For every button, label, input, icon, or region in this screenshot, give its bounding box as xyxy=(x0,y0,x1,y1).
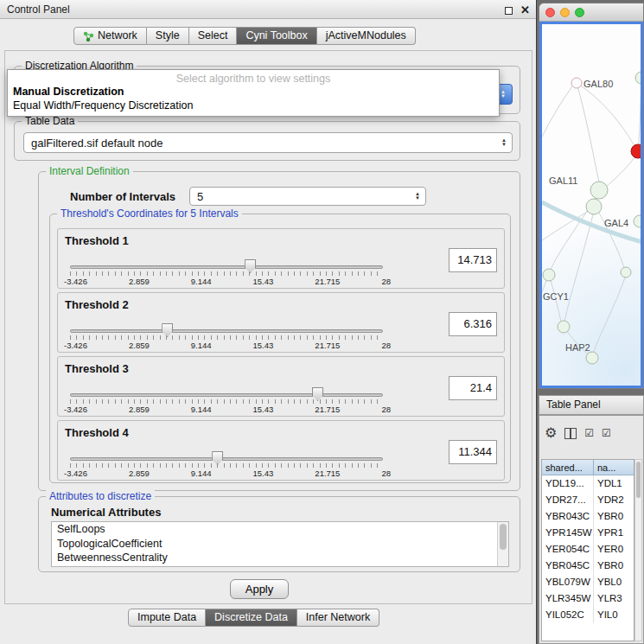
columns-icon[interactable] xyxy=(564,428,577,439)
column-header-shared-name[interactable]: shared... xyxy=(542,460,594,475)
combobox-value: galFiltered.sif default node xyxy=(31,137,163,150)
table-row[interactable]: YBL079WYBL0 xyxy=(542,574,634,590)
chevron-down-icon: ▼ xyxy=(501,143,507,147)
table-row[interactable]: YLR345WYLR3 xyxy=(542,590,634,607)
table-row[interactable]: YDR27...YDR2 xyxy=(542,492,634,508)
tab-select[interactable]: Select xyxy=(189,27,238,45)
network-node-selected-red[interactable] xyxy=(631,144,642,158)
slider-track[interactable] xyxy=(70,457,383,461)
threshold-2-slider[interactable]: -3.4262.8599.14415.4321.71528 xyxy=(70,324,383,348)
cell: YPR145W xyxy=(542,525,594,541)
list-item[interactable]: SelfLoops xyxy=(52,522,508,537)
table-row[interactable]: YIL052CYIL0 xyxy=(542,607,634,623)
list-item[interactable]: BetweennessCentrality xyxy=(52,551,508,565)
combobox-value: 5 xyxy=(197,190,203,203)
scale-label: 28 xyxy=(381,405,391,414)
cell: YIL0 xyxy=(594,607,634,623)
cell: YDL1 xyxy=(594,475,634,492)
scale-label: 9.144 xyxy=(191,405,212,414)
gear-icon[interactable]: ⚙ xyxy=(545,426,557,440)
tab-infer-network[interactable]: Infer Network xyxy=(297,609,379,627)
network-window-titlebar xyxy=(539,3,643,22)
network-node[interactable] xyxy=(634,215,642,227)
close-window-button[interactable] xyxy=(545,8,555,17)
vertical-scrollbar[interactable] xyxy=(634,459,642,641)
table-data-combobox[interactable]: galFiltered.sif default node ▲ ▼ xyxy=(23,132,513,153)
network-canvas[interactable]: GAL80 GAL11 GAL4 GCY1 HAP2 xyxy=(539,22,643,388)
table-row[interactable]: YER054CYER0 xyxy=(542,541,634,558)
tab-style[interactable]: Style xyxy=(147,27,189,45)
slider-ticks xyxy=(70,399,383,404)
scale-label: 15.43 xyxy=(253,405,274,414)
chevron-down-icon: ▼ xyxy=(415,196,420,201)
select-all-icon[interactable]: ☑ xyxy=(584,428,594,438)
float-window-button[interactable] xyxy=(505,3,513,18)
threshold-1-slider[interactable]: -3.4262.8599.14415.4321.71528 xyxy=(70,260,383,284)
network-node-gal11[interactable] xyxy=(590,182,608,199)
tab-cyni-toolbox[interactable]: Cyni Toolbox xyxy=(237,27,316,45)
table-row[interactable]: YPR145WYPR1 xyxy=(542,525,634,541)
threshold-2-row: Threshold 2 -3.4262.8599.14415.4321.7152… xyxy=(57,292,505,353)
interval-definition-group: Interval Definition Number of Intervals … xyxy=(38,171,520,491)
numerical-attributes-label: Numerical Attributes xyxy=(51,506,161,519)
network-node[interactable] xyxy=(635,72,642,84)
slider-track[interactable] xyxy=(70,329,383,333)
threshold-2-value-field[interactable]: 6.316 xyxy=(449,312,497,336)
popup-item-manual-discretization[interactable]: Manual Discretization xyxy=(8,85,499,99)
threshold-1-row: Threshold 1 -3.4262.8599.14415.4321.7152… xyxy=(57,228,505,289)
network-view-window: GAL80 GAL11 GAL4 GCY1 HAP2 xyxy=(539,3,644,389)
slider-scale: -3.4262.8599.14415.4321.71528 xyxy=(64,341,391,350)
tab-label: Network xyxy=(98,28,137,44)
table-row[interactable]: YBR043CYBR0 xyxy=(542,508,634,525)
control-panel-window: Control Panel ✕ Network Style Select Cyn… xyxy=(0,0,537,644)
popup-item-equal-width-frequency[interactable]: Equal Width/Frequency Discretization xyxy=(8,99,499,112)
cell: YER054C xyxy=(542,541,594,558)
network-node-gcy1[interactable] xyxy=(543,269,555,281)
tab-network[interactable]: Network xyxy=(73,27,147,45)
num-intervals-combobox[interactable]: 5 ▲ ▼ xyxy=(189,187,426,206)
list-item[interactable]: TopologicalCoefficient xyxy=(52,537,508,552)
minimize-window-button[interactable] xyxy=(560,8,570,17)
scale-label: 9.144 xyxy=(191,341,212,350)
select-columns-icon[interactable]: ☑ xyxy=(602,428,611,438)
threshold-3-row: Threshold 3 -3.4262.8599.14415.4321.7152… xyxy=(57,356,505,417)
threshold-4-value-field[interactable]: 11.344 xyxy=(449,440,497,464)
column-header-name[interactable]: na... xyxy=(594,460,634,475)
close-panel-button[interactable]: ✕ xyxy=(520,4,530,16)
slider-track[interactable] xyxy=(70,393,383,397)
tab-jactivemnodules[interactable]: jActiveMNodules xyxy=(317,27,416,45)
zoom-window-button[interactable] xyxy=(575,8,584,17)
network-node-gal4[interactable] xyxy=(586,199,602,214)
group-title: Table Data xyxy=(22,115,78,127)
network-node-hap2[interactable] xyxy=(558,321,570,333)
threshold-4-slider[interactable]: -3.4262.8599.14415.4321.71528 xyxy=(70,452,383,476)
network-node[interactable] xyxy=(586,352,598,364)
cell: YIL052C xyxy=(542,607,594,623)
apply-button[interactable]: Apply xyxy=(230,579,289,599)
threshold-3-value-field[interactable]: 21.4 xyxy=(449,376,497,400)
network-node-gal80[interactable] xyxy=(571,78,582,88)
vertical-scrollbar[interactable] xyxy=(497,522,508,566)
cell: YER0 xyxy=(594,541,634,558)
threshold-4-row: Threshold 4 -3.4262.8599.14415.4321.7152… xyxy=(57,420,505,481)
group-title: Interval Definition xyxy=(46,165,133,177)
table-row[interactable]: YDL19...YDL1 xyxy=(542,475,634,492)
tab-discretize-data[interactable]: Discretize Data xyxy=(206,609,297,627)
table-panel-title: Table Panel xyxy=(546,399,601,411)
network-node[interactable] xyxy=(621,267,631,277)
cell: YDR27... xyxy=(542,492,594,508)
scale-label: -3.426 xyxy=(64,277,87,286)
scrollbar-thumb[interactable] xyxy=(636,462,641,498)
threshold-1-value-field[interactable]: 14.713 xyxy=(449,248,497,272)
scale-label: -3.426 xyxy=(64,469,87,478)
threshold-3-slider[interactable]: -3.4262.8599.14415.4321.71528 xyxy=(70,388,383,412)
scrollbar-thumb[interactable] xyxy=(500,524,507,550)
cell: YPR1 xyxy=(594,525,634,541)
node-table: shared... na... YDL19...YDL1 YDR27...YDR… xyxy=(541,459,634,641)
tab-impute-data[interactable]: Impute Data xyxy=(128,609,206,627)
slider-scale: -3.4262.8599.14415.4321.71528 xyxy=(64,405,391,414)
cell: YBL0 xyxy=(594,574,634,590)
table-row[interactable]: YBR045CYBR0 xyxy=(542,558,634,574)
slider-track[interactable] xyxy=(70,265,383,269)
slider-ticks xyxy=(70,463,383,468)
